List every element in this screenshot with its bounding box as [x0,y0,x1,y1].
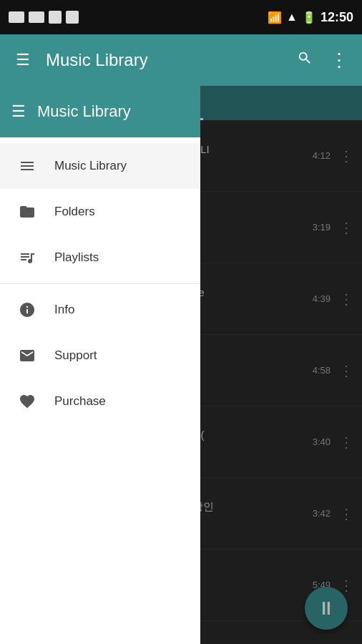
drawer-menu-icon[interactable]: ☰ [11,102,26,121]
drawer-item-label-purchase: Purchase [54,394,106,409]
search-icon[interactable] [293,50,316,70]
drawer-item-music-library[interactable]: Music Library [0,143,200,189]
main-content: SONGS ALBUMS ARTISTS [MV] PSY – GANGNAM … [0,86,362,644]
battery-icon: 🔋 [302,11,316,24]
drawer-item-label-folders: Folders [54,205,95,219]
drawer-items: Music Library Folders Playlists [0,137,200,644]
shop-icon [66,11,79,24]
drawer-item-label-playlists: Playlists [54,250,99,265]
navigation-drawer: ☰ Music Library Music Library Folders [0,86,200,644]
status-bar: 📶 ▲ 🔋 12:50 [0,0,362,34]
toolbar: ☰ Music Library ⋮ [0,34,362,86]
playlists-icon [17,248,37,268]
drawer-item-label-support: Support [54,348,97,363]
drawer-item-folders[interactable]: Folders [0,189,200,235]
status-right: 📶 ▲ 🔋 12:50 [268,10,353,25]
music-library-icon [17,156,37,176]
status-time: 12:50 [321,10,353,25]
drawer-header: ☰ Music Library [0,86,200,137]
toolbar-title: Music Library [46,50,282,70]
wifi-icon: 📶 [268,11,282,24]
message-icon [29,11,44,23]
more-icon[interactable]: ⋮ [328,49,351,72]
support-icon [17,346,37,366]
signal-icon: ▲ [286,11,298,24]
folder-icon [17,202,37,222]
drawer-item-info[interactable]: Info [0,287,200,333]
download-icon [49,11,62,24]
drawer-item-purchase[interactable]: Purchase [0,379,200,424]
status-icons [9,11,79,24]
drawer-item-playlists[interactable]: Playlists [0,235,200,280]
info-icon [17,300,37,320]
drawer-divider [0,283,200,284]
gmail-icon [9,11,24,23]
drawer-item-label-info: Info [54,303,74,317]
drawer-item-support[interactable]: Support [0,333,200,379]
drawer-header-title: Music Library [37,102,131,121]
purchase-icon [17,391,37,411]
menu-icon[interactable]: ☰ [11,51,34,69]
drawer-item-label-music-library: Music Library [54,159,127,173]
